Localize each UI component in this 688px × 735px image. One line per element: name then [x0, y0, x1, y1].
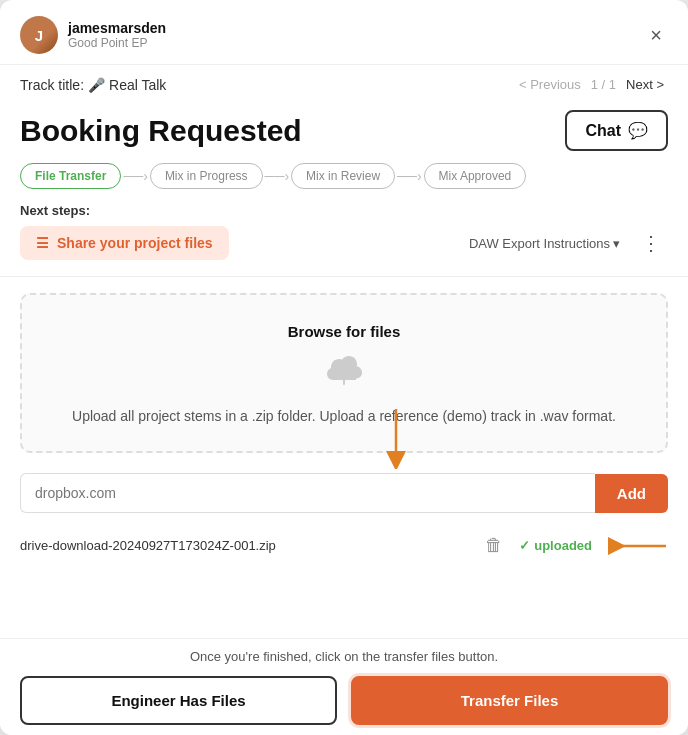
user-name: jamesmarsden — [68, 20, 166, 36]
delete-file-button[interactable]: 🗑 — [479, 533, 509, 558]
browse-description: Upload all project stems in a .zip folde… — [72, 406, 616, 427]
user-subtitle: Good Point EP — [68, 36, 166, 50]
annotation-arrow-right — [608, 536, 668, 556]
divider-1 — [0, 276, 688, 277]
engineer-has-files-button[interactable]: Engineer Has Files — [20, 676, 337, 725]
track-nav: Track title: 🎤 Real Talk < Previous 1 / … — [0, 65, 688, 100]
file-name: drive-download-20240927T173024Z-001.zip — [20, 538, 469, 553]
page-count: 1 / 1 — [591, 77, 616, 92]
daw-row: DAW Export Instructions ▾ ⋮ — [461, 227, 668, 259]
step-label-mix-in-progress: Mix in Progress — [150, 163, 263, 189]
footer: Once you're finished, click on the trans… — [0, 638, 688, 735]
chat-button[interactable]: Chat 💬 — [565, 110, 668, 151]
footer-hint: Once you're finished, click on the trans… — [20, 649, 668, 664]
track-icon: 🎤 — [88, 77, 105, 93]
footer-buttons: Engineer Has Files Transfer Files — [20, 676, 668, 725]
more-options-button[interactable]: ⋮ — [634, 227, 668, 259]
user-info: J jamesmarsden Good Point EP — [20, 16, 166, 54]
daw-export-button[interactable]: DAW Export Instructions ▾ — [461, 231, 628, 256]
close-button[interactable]: × — [644, 20, 668, 51]
chat-icon: 💬 — [628, 121, 648, 140]
nav-controls: < Previous 1 / 1 Next > — [515, 75, 668, 94]
next-button[interactable]: Next > — [622, 75, 668, 94]
dropbox-url-input[interactable] — [20, 473, 595, 513]
step-file-transfer: File Transfer — [20, 163, 121, 189]
track-title: Track title: 🎤 Real Talk — [20, 77, 166, 93]
url-section: Add — [0, 469, 688, 525]
next-steps-row: ☰ Share your project files DAW Export In… — [20, 226, 668, 260]
track-label: Track title: — [20, 77, 84, 93]
step-label-file-transfer: File Transfer — [20, 163, 121, 189]
browse-title: Browse for files — [288, 323, 401, 340]
share-project-files-button[interactable]: ☰ Share your project files — [20, 226, 229, 260]
modal: J jamesmarsden Good Point EP × Track tit… — [0, 0, 688, 735]
step-label-mix-in-review: Mix in Review — [291, 163, 395, 189]
checkmark-icon: ✓ — [519, 538, 530, 553]
next-steps-section: Next steps: ☰ Share your project files D… — [0, 191, 688, 266]
previous-button[interactable]: < Previous — [515, 75, 585, 94]
step-arrow-3: ──› — [397, 168, 422, 184]
step-mix-in-progress: Mix in Progress — [150, 163, 263, 189]
trash-icon: 🗑 — [485, 535, 503, 555]
track-name: Real Talk — [109, 77, 166, 93]
daw-export-label: DAW Export Instructions — [469, 236, 610, 251]
avatar: J — [20, 16, 58, 54]
share-label: Share your project files — [57, 235, 213, 251]
step-arrow-1: ──› — [123, 168, 148, 184]
next-steps-label: Next steps: — [20, 203, 668, 218]
chat-label: Chat — [585, 122, 621, 140]
chevron-down-icon: ▾ — [613, 236, 620, 251]
booking-title: Booking Requested — [20, 114, 302, 148]
uploaded-label: uploaded — [534, 538, 592, 553]
transfer-files-button[interactable]: Transfer Files — [351, 676, 668, 725]
step-mix-approved: Mix Approved — [424, 163, 527, 189]
modal-header: J jamesmarsden Good Point EP × — [0, 0, 688, 65]
upload-cloud-icon — [320, 350, 368, 396]
browse-section: Browse for files Upload all project stem… — [20, 293, 668, 453]
add-url-button[interactable]: Add — [595, 474, 668, 513]
uploaded-badge: ✓ uploaded — [519, 538, 592, 553]
share-icon: ☰ — [36, 235, 49, 251]
file-row: drive-download-20240927T173024Z-001.zip … — [0, 525, 688, 564]
url-row: Add — [20, 473, 668, 513]
steps-bar: File Transfer ──› Mix in Progress ──› Mi… — [0, 163, 688, 189]
step-mix-in-review: Mix in Review — [291, 163, 395, 189]
booking-section: Booking Requested Chat 💬 — [0, 100, 688, 163]
step-label-mix-approved: Mix Approved — [424, 163, 527, 189]
spacer — [0, 564, 688, 638]
step-arrow-2: ──› — [265, 168, 290, 184]
